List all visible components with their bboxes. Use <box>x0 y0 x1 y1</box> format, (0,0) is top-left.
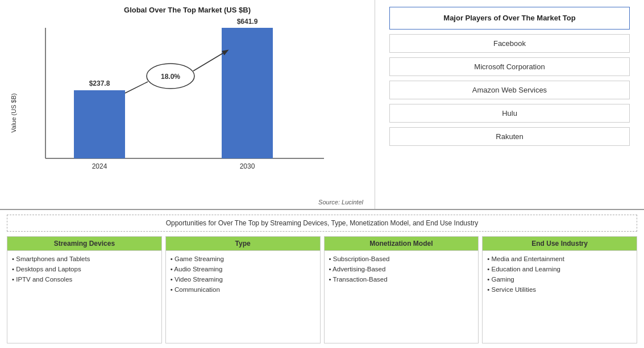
list-item: • Subscription-Based <box>329 255 474 262</box>
list-item: • Service Utilities <box>487 286 632 293</box>
bar-2030 <box>222 28 273 158</box>
chart-title: Global Over The Top Market (US $B) <box>6 6 369 14</box>
col-streaming-devices: Streaming Devices • Smartphones and Tabl… <box>7 236 162 343</box>
chart-section: Global Over The Top Market (US $B) Value… <box>0 0 375 209</box>
list-item: • Communication <box>171 286 315 293</box>
list-item: • Transaction-Based <box>329 276 474 283</box>
col-monetization-header: Monetization Model <box>325 237 479 251</box>
players-panel: Major Players of Over The Market Top Fac… <box>375 0 644 209</box>
col-end-use-body: • Media and Entertainment • Education an… <box>483 251 637 343</box>
list-item: • Video Streaming <box>171 276 315 283</box>
col-type-header: Type <box>166 237 320 251</box>
list-item: • Advertising-Based <box>329 266 474 272</box>
list-item: • Desktops and Laptops <box>12 266 157 272</box>
list-item: • Audio Streaming <box>171 266 315 272</box>
player-rakuten: Rakuten <box>389 127 630 146</box>
opportunities-title: Opportunities for Over The Top by Stream… <box>7 215 637 232</box>
player-facebook: Facebook <box>389 34 630 53</box>
list-item: • Game Streaming <box>171 255 315 262</box>
opportunities-columns: Streaming Devices • Smartphones and Tabl… <box>7 236 637 343</box>
col-monetization: Monetization Model • Subscription-Based … <box>324 236 479 343</box>
cagr-text: 18.0% <box>161 73 180 81</box>
list-item: • Gaming <box>487 276 632 283</box>
list-item: • IPTV and Consoles <box>12 276 157 283</box>
bar-2024 <box>74 90 125 158</box>
list-item: • Smartphones and Tablets <box>12 255 157 262</box>
player-hulu: Hulu <box>389 104 630 123</box>
col-type-body: • Game Streaming • Audio Streaming • Vid… <box>166 251 320 343</box>
player-microsoft: Microsoft Corporation <box>389 57 630 76</box>
col-type: Type • Game Streaming • Audio Streaming … <box>165 236 321 343</box>
source-label: Source: Lucintel <box>6 198 369 209</box>
col-end-use-header: End Use Industry <box>483 237 637 251</box>
col-monetization-body: • Subscription-Based • Advertising-Based… <box>325 251 479 343</box>
col-streaming-devices-body: • Smartphones and Tablets • Desktops and… <box>7 251 161 343</box>
list-item: • Education and Learning <box>487 266 632 272</box>
opportunities-section: Opportunities for Over The Top by Stream… <box>0 210 644 348</box>
y-axis-label: Value (US $B) <box>10 93 17 133</box>
col-end-use: End Use Industry • Media and Entertainme… <box>482 236 637 343</box>
list-item: • Media and Entertainment <box>487 255 632 262</box>
chart-svg-container: Value (US $B) $237.8 2024 $641.9 2030 18… <box>6 16 369 198</box>
player-amazon: Amazon Web Services <box>389 81 630 99</box>
players-title-box: Major Players of Over The Market Top <box>389 7 630 30</box>
col-streaming-devices-header: Streaming Devices <box>7 237 161 251</box>
bar-2030-label: 2030 <box>240 162 255 170</box>
cagr-arrow2 <box>125 82 148 93</box>
bar-2030-value: $641.9 <box>237 18 258 26</box>
bar-2024-value: $237.8 <box>89 79 110 87</box>
bar-2024-label: 2024 <box>92 162 107 170</box>
